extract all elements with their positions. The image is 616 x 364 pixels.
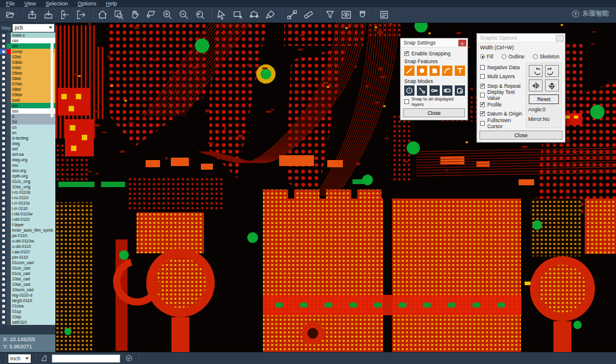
layer-visibility-checkbox[interactable] [0,92,7,97]
layer-visibility-checkbox[interactable] [0,227,7,233]
snap-all-layers-checkbox[interactable] [404,99,409,104]
layer-color-swatch[interactable] [7,265,11,271]
layer-row-pe-0110[interactable]: pe-0110 [0,233,55,238]
layer-row-01cs_cad[interactable]: 01cs_cad [0,271,55,276]
layer-visibility-checkbox[interactable] [0,60,7,65]
layer-row-saf0110[interactable]: saf0110 [0,319,55,325]
layer-name[interactable]: 06lst [11,76,55,81]
layer-name[interactable]: 2d [11,119,55,125]
layer-color-swatch[interactable] [7,217,11,222]
layer-visibility-checkbox[interactable] [0,184,7,190]
zoom-out-icon[interactable] [176,8,192,22]
layer-visibility-checkbox[interactable] [0,195,7,200]
graphic-close-button[interactable]: Close [479,131,562,140]
graphic-options-titlebar[interactable]: Graphic Options [477,34,565,43]
layer-name[interactable]: 02lst [11,54,55,60]
layer-color-swatch[interactable] [7,38,11,43]
snap-magnet-icon[interactable] [354,8,371,22]
layer-visibility-checkbox[interactable] [0,76,7,81]
menu-file[interactable]: File [1,0,20,7]
report-icon[interactable] [376,8,392,22]
layer-color-swatch[interactable] [7,146,11,152]
snap-mode-polygon-icon[interactable] [455,85,465,96]
layer-row-d-tenting[interactable]: d-tenting [0,135,55,141]
rotate-ccw-button[interactable] [545,65,559,77]
layer-visibility-checkbox[interactable] [0,303,7,309]
layer-row-comp[interactable]: comp [0,49,55,54]
layer-visibility-checkbox[interactable] [0,314,7,319]
layer-row-npth-org[interactable]: npth-org [0,173,55,179]
layer-row-css[interactable]: css [0,38,55,43]
layer-name[interactable]: i-aa-0110 [11,249,55,254]
measure-icon[interactable] [284,8,300,22]
layer-row-01cs_orig[interactable]: 01cs_orig [0,179,55,184]
layer-color-swatch[interactable] [7,254,11,260]
layer-visibility-checkbox[interactable] [0,233,7,238]
mirror-vertical-button[interactable] [545,79,559,91]
layer-row-mark-c[interactable]: mark-c [0,32,55,38]
layer-row-i-rc-0110s[interactable]: i-rc-0110s [0,190,55,195]
layer-color-swatch[interactable] [7,43,11,49]
snap-close-button[interactable]: Close [403,108,465,117]
layer-color-swatch[interactable] [7,162,11,168]
layer-row-05lsb[interactable]: 05lsb [0,70,55,76]
layer-color-swatch[interactable] [7,282,11,287]
snap-mode-slot-icon[interactable] [442,85,452,96]
layer-color-swatch[interactable] [7,200,11,206]
layer-visibility-checkbox[interactable] [0,130,7,135]
layer-visibility-checkbox[interactable] [0,38,7,43]
width-radio-outline[interactable]: Outline [502,54,525,60]
layer-visibility-checkbox[interactable] [0,190,7,195]
layer-color-swatch[interactable] [7,49,11,54]
layer-color-swatch[interactable] [7,130,11,135]
layer-row-04lst[interactable]: 04lst [0,65,55,70]
layer-name[interactable]: pin-0110 [11,254,55,260]
layer-visibility-checkbox[interactable] [0,179,7,184]
layer-visibility-checkbox[interactable] [0,146,7,152]
layer-row-cm[interactable]: cm [0,43,55,49]
layer-name[interactable]: u-dd-0110w [11,238,55,244]
layer-visibility-checkbox[interactable] [0,125,7,130]
layer-row-01ccm_cad[interactable]: 01ccm_cad [0,260,55,265]
layer-name[interactable]: cm [11,43,55,49]
layer-visibility-checkbox[interactable] [0,217,7,222]
layer-color-swatch[interactable] [7,249,11,254]
layer-visibility-checkbox[interactable] [0,168,7,173]
layer-row-02lst[interactable]: 02lst [0,54,55,60]
layer-visibility-checkbox[interactable] [0,222,7,227]
reset-button[interactable]: Reset [529,94,559,104]
layer-row-i-rr-0110[interactable]: i-rr-0110 [0,206,55,211]
step-select[interactable]: pcb [13,24,54,32]
layer-color-swatch[interactable] [7,92,11,97]
layer-visibility-checkbox[interactable] [0,103,7,108]
layer-color-swatch[interactable] [7,114,11,119]
layer-visibility-checkbox[interactable] [0,141,7,146]
width-radio-fill[interactable]: Fill [480,54,493,60]
graphic-checkbox-fullscreen-cursor[interactable]: Fullscreen Cursor [480,119,523,128]
layer-name[interactable]: sold [11,97,55,103]
snap-mode-key-icon[interactable] [430,85,440,96]
layer-color-swatch[interactable] [7,173,11,179]
layer-name[interactable]: dxf-ea [11,152,55,157]
width-radio-skeleton[interactable]: Skeleton [533,54,559,60]
graphic-checkbox-profile[interactable]: Profile [480,100,523,110]
layer-color-swatch[interactable] [7,60,11,65]
save-upload-icon[interactable] [24,8,40,22]
layer-name[interactable]: d [11,114,55,119]
layer-color-swatch[interactable] [7,195,11,200]
layer-color-swatch[interactable] [7,260,11,265]
layer-row-dxf[interactable]: dxf [0,146,55,152]
layer-visibility-checkbox[interactable] [0,292,7,298]
layer-visibility-checkbox[interactable] [0,43,7,49]
layer-row-i-rc-0110[interactable]: i-rc-0110 [0,195,55,200]
layer-row-06lst[interactable]: 06lst [0,76,55,81]
layer-row-10ss_orig[interactable]: 10ss_orig [0,184,55,190]
layer-name[interactable]: 09lsb [11,92,55,97]
brush-icon[interactable] [262,8,279,22]
layer-color-swatch[interactable] [7,244,11,249]
snap-feature-pad-icon[interactable] [417,66,427,76]
layer-row-08lst[interactable]: 08lst [0,87,55,92]
layer-visibility-checkbox[interactable] [0,282,7,287]
snap-settings-titlebar[interactable]: Snap Settings x [401,39,467,48]
layer-visibility-checkbox[interactable] [0,114,7,119]
